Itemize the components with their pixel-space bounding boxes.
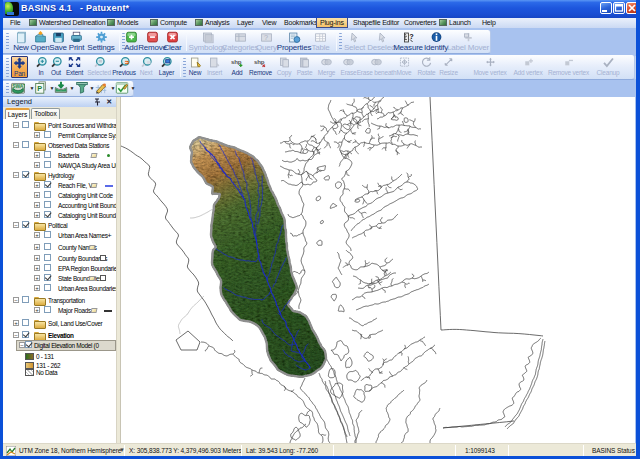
svg-text:shp: shp [231, 58, 242, 65]
svg-text:?: ? [409, 32, 414, 41]
svg-text:?: ? [264, 33, 268, 42]
svg-text:SWAT: SWAT [12, 84, 25, 89]
svg-text:P: P [37, 84, 42, 93]
svg-text:shp: shp [254, 58, 265, 65]
